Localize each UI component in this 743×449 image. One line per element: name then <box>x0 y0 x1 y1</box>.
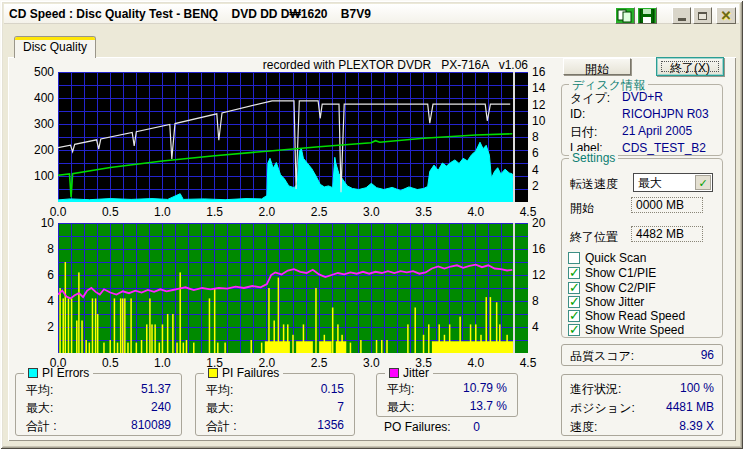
chevron-down-icon[interactable]: ✓ <box>695 175 711 190</box>
speed-label: 速度: <box>570 419 597 436</box>
maximize-button[interactable] <box>693 7 712 24</box>
axis-tick-label: 4.0 <box>456 205 496 219</box>
progress-label: 進行状況: <box>570 381 621 398</box>
progress-value: 100 % <box>680 381 714 398</box>
axis-tick-label: 2 <box>532 179 562 193</box>
stat-label: 最大: <box>387 399 414 415</box>
show-c2-pif-checkbox-row[interactable]: Show C2/PIF <box>568 281 656 295</box>
axis-tick-label: 3.5 <box>404 356 444 370</box>
maximize-icon <box>698 12 707 20</box>
stat-label: 平均: <box>206 382 233 398</box>
position-value: 4481 MB <box>666 400 714 417</box>
axis-tick-label: 12 <box>532 268 562 282</box>
show-c1-pie-checkbox[interactable] <box>568 267 580 279</box>
axis-tick-label: 8 <box>10 242 54 256</box>
speed-select[interactable]: 最大 ✓ <box>633 173 713 192</box>
start-button[interactable]: 開始 <box>563 58 631 75</box>
pi-errors-stats-box: PI Errors 平均:51.37 最大:240 合計 :810089 <box>15 373 182 436</box>
pi-errors-legend-swatch <box>28 368 38 378</box>
copy-icon <box>617 9 633 23</box>
speed-label: 転送速度 <box>570 176 618 193</box>
axis-tick-label: 0.0 <box>38 356 78 370</box>
show-jitter-checkbox-row[interactable]: Show Jitter <box>568 295 644 309</box>
tab-page: recorded with PLEXTOR DVDR PX-716A v1.06… <box>8 57 736 441</box>
axis-tick-label: 6 <box>10 268 54 282</box>
axis-tick-label: 8 <box>532 130 562 144</box>
axis-tick-label: 3.0 <box>351 356 391 370</box>
axis-tick-label: 400 <box>10 91 54 105</box>
pi-errors-avg: 51.37 <box>141 382 171 398</box>
close-button[interactable]: ✕ <box>716 7 736 24</box>
pi-errors-speed-chart <box>58 72 528 202</box>
axis-tick-label: 1.5 <box>195 356 235 370</box>
save-icon <box>639 9 655 23</box>
axis-tick-label: 2.0 <box>247 356 287 370</box>
quality-score-label: 品質スコア: <box>570 348 634 365</box>
po-failures-value: 0 <box>473 420 480 434</box>
position-label: ポジション: <box>570 400 635 417</box>
progress-box: 進行状況:100 % ポジション:4481 MB 速度:8.39 X <box>561 374 723 436</box>
axis-tick-label: 20 <box>532 216 562 230</box>
speed-selected-value: 最大 <box>638 175 662 192</box>
tab-disc-quality[interactable]: Disc Quality <box>14 36 96 58</box>
save-results-button[interactable] <box>637 7 657 24</box>
jitter-stats-box: Jitter 平均:10.79 % 最大:13.7 % <box>376 373 518 417</box>
axis-tick-label: 10 <box>532 114 562 128</box>
start-position-input[interactable]: 0000 MB <box>631 197 703 213</box>
axis-tick-label: 14 <box>532 81 562 95</box>
disc-label-value: CDS_TEST_B2 <box>622 141 706 156</box>
show-read-speed-checkbox[interactable] <box>568 310 580 322</box>
axis-tick-label: 100 <box>10 169 54 183</box>
disc-date-label: 日付: <box>570 124 622 139</box>
settings-title: Settings <box>569 151 618 165</box>
show-read-speed-checkbox-row[interactable]: Show Read Speed <box>568 309 685 323</box>
axis-tick-label: 500 <box>10 65 54 79</box>
show-write-speed-checkbox[interactable] <box>568 324 580 336</box>
show-c2-pif-checkbox[interactable] <box>568 282 580 294</box>
exit-button[interactable]: 終了(X) <box>656 57 724 76</box>
axis-tick-label: 4 <box>532 320 562 334</box>
axis-tick-label: 16 <box>532 65 562 79</box>
jitter-max: 13.7 % <box>470 399 507 415</box>
show-write-speed-checkbox-row[interactable]: Show Write Speed <box>568 323 684 337</box>
minimize-icon <box>678 18 686 21</box>
axis-tick-label: 1.0 <box>142 356 182 370</box>
axis-tick-label: 200 <box>10 143 54 157</box>
quick-scan-checkbox[interactable] <box>568 252 580 264</box>
stat-label: 最大: <box>206 400 233 416</box>
axis-tick-label: 16 <box>532 242 562 256</box>
axis-tick-label: 8 <box>532 294 562 308</box>
minimize-button[interactable] <box>672 7 691 24</box>
window-title: CD Speed : Disc Quality Test - BENQ DVD … <box>9 7 371 21</box>
speed-value: 8.39 X <box>679 419 714 436</box>
show-jitter-checkbox[interactable] <box>568 296 580 308</box>
recorded-with-label: recorded with PLEXTOR DVDR PX-716A v1.06 <box>128 58 528 72</box>
disc-type-value: DVD+R <box>622 90 663 105</box>
stat-label: 平均: <box>26 382 53 398</box>
axis-tick-label: 4 <box>10 294 54 308</box>
show-c1-pie-checkbox-row[interactable]: Show C1/PIE <box>568 266 656 280</box>
axis-tick-label: 4.5 <box>508 356 548 370</box>
copy-results-button[interactable] <box>615 7 635 24</box>
end-position-label: 終了位置 <box>570 229 618 246</box>
tab-label: Disc Quality <box>23 40 87 54</box>
axis-tick-label: 300 <box>10 117 54 131</box>
axis-tick-label: 0.5 <box>90 205 130 219</box>
axis-tick-label: 0.5 <box>90 356 130 370</box>
axis-tick-label: 1.5 <box>195 205 235 219</box>
pi-failures-stats-box: PI Failures 平均:0.15 最大:7 合計 :1356 <box>195 373 355 436</box>
quality-score-value: 96 <box>701 348 714 365</box>
disc-info-group: ディスク情報 タイプ:DVD+R ID:RICOHJPN R03 日付:21 A… <box>561 84 723 156</box>
end-position-input[interactable]: 4482 MB <box>631 226 703 242</box>
axis-tick-label: 10 <box>10 216 54 230</box>
pi-errors-max: 240 <box>151 400 171 416</box>
axis-tick-label: 4 <box>532 163 562 177</box>
quick-scan-checkbox-row[interactable]: Quick Scan <box>568 251 646 265</box>
disc-date-value: 21 April 2005 <box>622 124 692 139</box>
title-bar[interactable]: CD Speed : Disc Quality Test - BENQ DVD … <box>4 4 739 24</box>
axis-tick-label: 3.0 <box>351 205 391 219</box>
axis-tick-label: 6 <box>532 146 562 160</box>
stat-label: 合計 : <box>206 418 237 434</box>
close-icon: ✕ <box>721 9 732 22</box>
focus-rect <box>661 61 719 72</box>
